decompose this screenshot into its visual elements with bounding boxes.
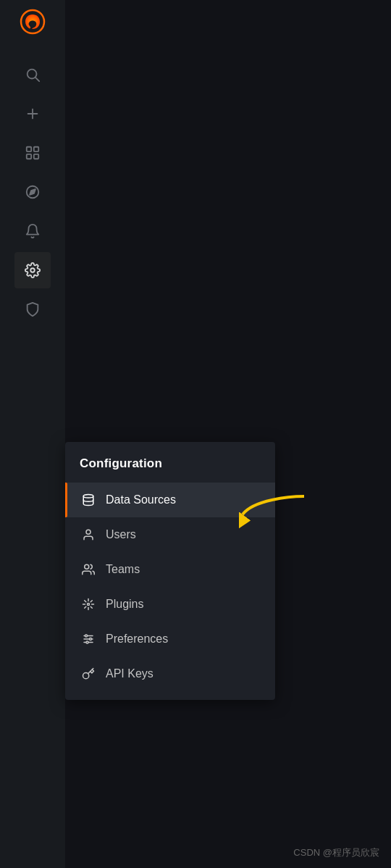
svg-line-18 <box>85 601 86 602</box>
preferences-item[interactable]: Preferences <box>65 622 275 656</box>
config-panel-title: Configuration <box>65 451 275 483</box>
plugins-label: Plugins <box>106 598 143 611</box>
api-keys-label: API Keys <box>106 667 154 680</box>
preferences-label: Preferences <box>106 633 168 646</box>
svg-point-14 <box>85 564 89 569</box>
svg-line-2 <box>35 78 39 81</box>
grafana-logo[interactable] <box>18 7 47 36</box>
svg-point-12 <box>83 495 93 498</box>
sidebar <box>0 0 65 868</box>
explore-nav-item[interactable] <box>14 174 51 210</box>
svg-rect-5 <box>27 147 31 151</box>
watermark: CSDN @程序员欣宸 <box>293 846 379 859</box>
data-sources-label: Data Sources <box>106 493 176 506</box>
search-nav-item[interactable] <box>14 57 51 93</box>
alerting-nav-item[interactable] <box>14 213 51 249</box>
svg-point-27 <box>85 635 88 637</box>
teams-item[interactable]: Teams <box>65 552 275 587</box>
teams-icon <box>80 561 97 578</box>
teams-label: Teams <box>106 563 140 576</box>
svg-point-11 <box>30 268 35 272</box>
svg-marker-10 <box>30 189 35 195</box>
plugins-item[interactable]: Plugins <box>65 587 275 622</box>
configuration-panel: Configuration Data Sources Users <box>65 442 275 700</box>
svg-rect-7 <box>27 154 31 159</box>
create-nav-item[interactable] <box>14 96 51 132</box>
svg-line-23 <box>91 601 92 602</box>
svg-line-22 <box>85 606 86 608</box>
server-admin-nav-item[interactable] <box>14 291 51 327</box>
svg-line-19 <box>91 606 92 608</box>
data-sources-item[interactable]: Data Sources <box>65 483 275 517</box>
svg-point-0 <box>21 10 44 33</box>
preferences-icon <box>80 630 97 648</box>
svg-point-15 <box>88 604 90 606</box>
data-sources-icon <box>80 491 97 509</box>
dashboards-nav-item[interactable] <box>14 135 51 171</box>
configuration-nav-item[interactable] <box>14 252 51 288</box>
svg-rect-8 <box>34 154 38 159</box>
svg-point-29 <box>86 641 88 643</box>
api-keys-item[interactable]: API Keys <box>65 656 275 691</box>
users-item[interactable]: Users <box>65 517 275 552</box>
api-keys-icon <box>80 665 97 683</box>
svg-point-28 <box>90 638 92 640</box>
users-label: Users <box>106 528 136 541</box>
users-icon <box>80 526 97 543</box>
svg-rect-6 <box>34 147 38 151</box>
plugins-icon <box>80 596 97 613</box>
svg-point-13 <box>86 530 91 534</box>
